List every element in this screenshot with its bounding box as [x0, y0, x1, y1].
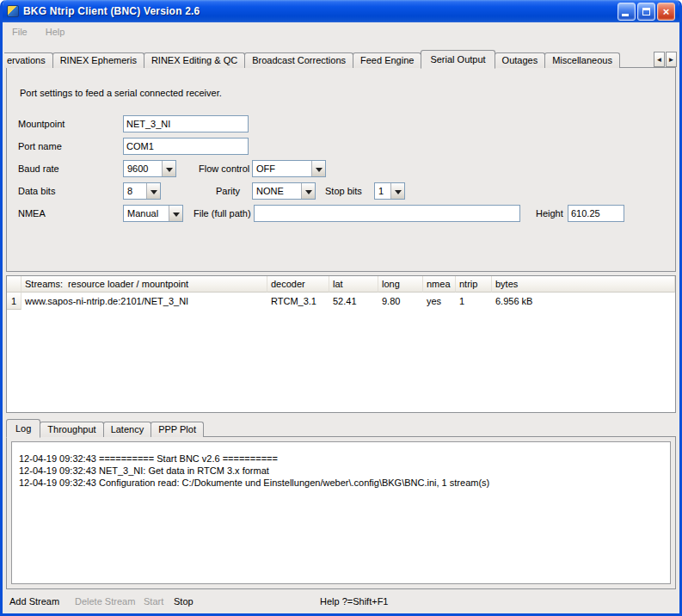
tab-scrollers: ◄ ► — [653, 52, 677, 67]
cell-lat: 52.41 — [329, 293, 378, 310]
stop-bits-value: 1 — [378, 186, 384, 196]
tab-rinex-ephemeris[interactable]: RINEX Ephemeris — [52, 52, 144, 68]
streams-header-row: Streams: resource loader / mountpoint de… — [7, 276, 675, 293]
bottom-tab-bar: Log Throughput Latency PPP Plot — [6, 418, 676, 437]
cell-long: 9.80 — [378, 293, 423, 310]
tab-feed-engine[interactable]: Feed Engine — [353, 52, 421, 68]
tab-log[interactable]: Log — [6, 419, 40, 438]
nmea-value: Manual — [127, 208, 158, 219]
log-line: 12-04-19 09:32:43 ========== Start BNC v… — [19, 453, 663, 465]
height-input[interactable] — [568, 205, 624, 222]
log-line: 12-04-19 09:32:43 Configuration read: C:… — [19, 477, 663, 489]
maximize-icon — [642, 8, 650, 15]
cell-nmea: yes — [423, 293, 456, 310]
cell-mountpoint: www.sapos-ni-ntrip.de:2101/NET_3_NI — [22, 293, 267, 310]
streams-header-decoder[interactable]: decoder — [267, 276, 329, 293]
streams-table: Streams: resource loader / mountpoint de… — [6, 275, 676, 413]
streams-header-bytes[interactable]: bytes — [492, 276, 675, 293]
app-icon — [7, 5, 19, 17]
tab-scroll-left-icon[interactable]: ◄ — [654, 52, 665, 67]
log-line: 12-04-19 09:32:43 NET_3_NI: Get data in … — [19, 465, 663, 477]
row-number: 1 — [7, 293, 22, 310]
menu-file[interactable]: File — [10, 25, 29, 39]
footer-bar: Add Stream Delete Stream Start Stop Help… — [6, 591, 676, 612]
port-name-input[interactable] — [123, 138, 249, 155]
serial-output-pane: Port settings to feed a serial connected… — [6, 67, 676, 272]
title-bar: BKG Ntrip Client (BNC) Version 2.6 × — [3, 0, 679, 22]
data-bits-value: 8 — [127, 186, 132, 196]
help-shortcut-label: Help ?=Shift+F1 — [320, 591, 389, 612]
minimize-button[interactable] — [617, 3, 636, 21]
close-icon: × — [663, 6, 670, 17]
parity-label: Parity — [216, 182, 240, 200]
cell-decoder: RTCM_3.1 — [267, 293, 329, 310]
tab-latency[interactable]: Latency — [103, 422, 152, 437]
window-controls: × — [617, 3, 675, 21]
dropdown-arrow-icon — [390, 183, 404, 199]
parity-value: NONE — [256, 186, 284, 196]
maximize-button[interactable] — [637, 3, 655, 21]
add-stream-button[interactable]: Add Stream — [9, 591, 59, 612]
bnc-window: BKG Ntrip Client (BNC) Version 2.6 × Fil… — [0, 0, 682, 616]
close-button[interactable]: × — [657, 3, 675, 21]
stop-bits-label: Stop bits — [325, 182, 362, 200]
dropdown-arrow-icon — [162, 161, 175, 176]
main-tab-bar: ervations RINEX Ephemeris RINEX Editing … — [4, 49, 678, 68]
streams-header-mountpoint[interactable]: Streams: resource loader / mountpoint — [22, 276, 267, 293]
dropdown-arrow-icon — [146, 183, 160, 199]
tab-broadcast-corrections[interactable]: Broadcast Corrections — [244, 52, 353, 68]
tab-miscellaneous[interactable]: Miscellaneous — [544, 52, 620, 68]
tab-scroll-right-icon[interactable]: ► — [666, 52, 677, 67]
menu-help[interactable]: Help — [44, 25, 67, 39]
tab-ppp-plot[interactable]: PPP Plot — [151, 422, 204, 437]
dropdown-arrow-icon — [311, 161, 325, 176]
parity-select[interactable]: NONE — [252, 182, 316, 200]
streams-header-nmea[interactable]: nmea — [423, 276, 456, 293]
menu-bar: File Help — [3, 22, 679, 40]
data-bits-select[interactable]: 8 — [123, 182, 161, 200]
start-button: Start — [144, 591, 163, 612]
log-output[interactable]: 12-04-19 09:32:43 ========== Start BNC v… — [11, 441, 671, 584]
streams-header-ntrip[interactable]: ntrip — [456, 276, 492, 293]
nmea-select[interactable]: Manual — [123, 205, 183, 222]
dropdown-arrow-icon — [301, 183, 315, 199]
tab-rinex-editing-qc[interactable]: RINEX Editing & QC — [144, 52, 245, 68]
cell-ntrip: 1 — [456, 293, 492, 310]
mountpoint-input[interactable] — [123, 115, 249, 132]
tab-observations[interactable]: ervations — [4, 52, 53, 68]
flow-control-select[interactable]: OFF — [252, 160, 326, 177]
serial-description: Port settings to feed a serial connected… — [20, 88, 222, 98]
flow-control-value: OFF — [256, 163, 275, 174]
tab-outages[interactable]: Outages — [495, 52, 546, 68]
streams-header-lat[interactable]: lat — [329, 276, 378, 293]
log-pane: 12-04-19 09:32:43 ========== Start BNC v… — [6, 436, 676, 589]
stop-button[interactable]: Stop — [174, 591, 194, 612]
streams-header-corner — [7, 276, 22, 293]
file-path-input[interactable] — [254, 205, 520, 222]
port-name-label: Port name — [18, 138, 62, 155]
file-path-label: File (full path) — [194, 205, 251, 222]
dropdown-arrow-icon — [169, 206, 182, 221]
streams-header-long[interactable]: long — [378, 276, 423, 293]
baud-rate-select[interactable]: 9600 — [123, 160, 176, 177]
window-title: BKG Ntrip Client (BNC) Version 2.6 — [23, 5, 200, 17]
height-label: Height — [536, 205, 563, 222]
baud-rate-value: 9600 — [127, 163, 148, 174]
tab-serial-output[interactable]: Serial Output — [421, 50, 495, 69]
minimize-icon — [622, 14, 629, 16]
flow-control-label: Flow control — [199, 160, 249, 177]
cell-bytes: 6.956 kB — [492, 293, 675, 310]
stop-bits-select[interactable]: 1 — [374, 182, 405, 200]
nmea-label: NMEA — [18, 205, 46, 222]
baud-rate-label: Baud rate — [18, 160, 59, 177]
table-row[interactable]: 1 www.sapos-ni-ntrip.de:2101/NET_3_NI RT… — [7, 293, 675, 310]
data-bits-label: Data bits — [18, 182, 55, 200]
mountpoint-label: Mountpoint — [18, 115, 65, 132]
delete-stream-button: Delete Stream — [75, 591, 135, 612]
tab-throughput[interactable]: Throughput — [40, 422, 103, 437]
